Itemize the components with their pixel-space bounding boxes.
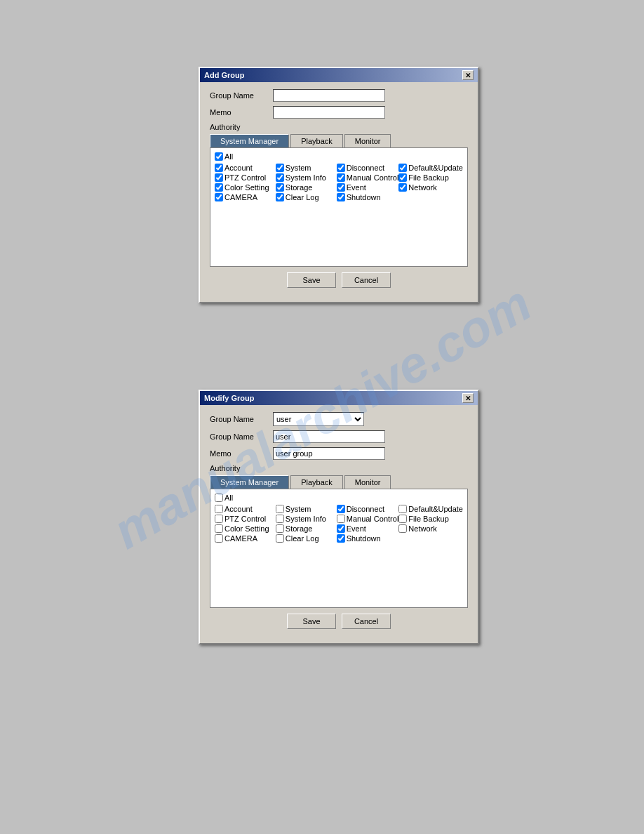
cb-clear-log[interactable] <box>276 193 284 201</box>
checkbox-item: Manual Control <box>337 515 399 523</box>
cb2-system[interactable] <box>276 505 284 513</box>
checkbox-item: Shutdown <box>337 534 399 543</box>
cb-system-info[interactable] <box>276 173 284 182</box>
checkbox-item: Disconnect <box>337 505 399 513</box>
checkbox-item: Shutdown <box>337 193 399 201</box>
cb-system[interactable] <box>276 164 284 172</box>
cb2-disconnect[interactable] <box>337 505 345 513</box>
cb-shutdown[interactable] <box>337 193 345 201</box>
checkbox-all-label: All <box>224 152 233 161</box>
checkbox-item: Account <box>215 505 276 513</box>
checkbox-item: Network <box>398 524 463 533</box>
dialog2-title: Modify Group <box>204 394 255 402</box>
cb2-storage[interactable] <box>276 524 284 533</box>
authority-label: Authority <box>210 123 468 131</box>
group-name-input-row: Group Name <box>210 430 468 443</box>
memo-label2: Memo <box>210 449 273 458</box>
dialog1-checkbox-grid: Account System Disconnect Default&Update… <box>215 164 463 201</box>
checkbox-item: Disconnect <box>337 164 399 172</box>
dialog1-close-button[interactable]: ✕ <box>462 70 474 80</box>
checkbox-item: System Info <box>276 173 337 182</box>
cb2-account[interactable] <box>215 505 223 513</box>
checkbox-item: PTZ Control <box>215 515 276 523</box>
cb2-manual-control[interactable] <box>337 515 345 523</box>
cb-manual-control[interactable] <box>337 173 345 182</box>
group-name-dropdown-label: Group Name <box>210 415 273 423</box>
cb2-shutdown[interactable] <box>337 534 345 543</box>
checkbox-all-row: All <box>215 152 463 161</box>
memo-label: Memo <box>210 108 273 117</box>
cb-ptz-control[interactable] <box>215 173 223 182</box>
modify-group-dialog: Modify Group ✕ Group Name user Group Nam… <box>199 390 479 644</box>
group-name-text-input[interactable] <box>273 430 385 443</box>
group-name-dropdown-row: Group Name user <box>210 412 468 426</box>
cb-event[interactable] <box>337 183 345 192</box>
cb-account[interactable] <box>215 164 223 172</box>
memo-row: Memo <box>210 106 468 119</box>
checkbox-all[interactable] <box>215 152 223 161</box>
tab2-system-manager[interactable]: System Manager <box>210 475 289 489</box>
checkbox-item: Storage <box>276 183 337 192</box>
dialog1-save-button[interactable]: Save <box>287 272 336 288</box>
checkbox-item: Storage <box>276 524 337 533</box>
cb2-network[interactable] <box>398 524 407 533</box>
checkbox-item: Clear Log <box>276 534 337 543</box>
cb2-default-update[interactable] <box>398 505 407 513</box>
dialog1-tab-content: All Account System Disconnect Default&U <box>210 147 468 267</box>
cb-camera[interactable] <box>215 193 223 201</box>
cb-default-update[interactable] <box>398 164 407 172</box>
checkbox-item: System Info <box>276 515 337 523</box>
group-name-input-label: Group Name <box>210 432 273 441</box>
checkbox-item: Default&Update <box>398 505 463 513</box>
tab2-playback[interactable]: Playback <box>290 475 343 489</box>
checkbox2-all-row: All <box>215 494 463 502</box>
tab-monitor[interactable]: Monitor <box>344 134 391 147</box>
cb2-system-info[interactable] <box>276 515 284 523</box>
dialog2-close-button[interactable]: ✕ <box>462 393 474 403</box>
cb-color-setting[interactable] <box>215 183 223 192</box>
tab-system-manager[interactable]: System Manager <box>210 134 289 147</box>
dialog1-body: Group Name Memo Authority System Manager… <box>200 82 478 302</box>
checkbox-item: CAMERA <box>215 193 276 201</box>
cb2-file-backup[interactable] <box>398 515 407 523</box>
dialog2-tab-bar: System Manager Playback Monitor <box>210 475 468 489</box>
cb-disconnect[interactable] <box>337 164 345 172</box>
checkbox-item: Event <box>337 183 399 192</box>
memo-row2: Memo <box>210 447 468 460</box>
checkbox-item: Manual Control <box>337 173 399 182</box>
cb2-clear-log[interactable] <box>276 534 284 543</box>
checkbox-item: System <box>276 164 337 172</box>
memo-input2[interactable] <box>273 447 385 460</box>
dialog1-cancel-button[interactable]: Cancel <box>342 272 391 288</box>
checkbox-item: Account <box>215 164 276 172</box>
group-name-dropdown[interactable]: user <box>273 412 364 426</box>
cb-storage[interactable] <box>276 183 284 192</box>
cb-network[interactable] <box>398 183 407 192</box>
dialog2-cancel-button[interactable]: Cancel <box>342 614 391 629</box>
dialog2-checkbox-grid: Account System Disconnect Default&Update… <box>215 505 463 543</box>
checkbox-item: Color Setting <box>215 183 276 192</box>
cb-file-backup[interactable] <box>398 173 407 182</box>
checkbox2-all[interactable] <box>215 494 223 502</box>
group-name-row: Group Name <box>210 89 468 102</box>
dialog2-save-button[interactable]: Save <box>287 614 336 629</box>
dialog2-footer: Save Cancel <box>210 608 468 636</box>
checkbox-item: System <box>276 505 337 513</box>
group-name-input[interactable] <box>273 89 385 102</box>
dialog1-title: Add Group <box>204 71 244 79</box>
cb2-ptz-control[interactable] <box>215 515 223 523</box>
checkbox-item: File Backup <box>398 173 463 182</box>
tab2-monitor[interactable]: Monitor <box>344 475 391 489</box>
checkbox-item: Color Setting <box>215 524 276 533</box>
tab-playback[interactable]: Playback <box>290 134 343 147</box>
memo-input[interactable] <box>273 106 385 119</box>
dialog2-titlebar: Modify Group ✕ <box>200 391 478 405</box>
checkbox-item: CAMERA <box>215 534 276 543</box>
checkbox-item: Event <box>337 524 399 533</box>
dialog1-titlebar: Add Group ✕ <box>200 68 478 82</box>
cb2-color-setting[interactable] <box>215 524 223 533</box>
checkbox2-all-label: All <box>224 494 233 502</box>
dialog1-tab-bar: System Manager Playback Monitor <box>210 134 468 147</box>
cb2-camera[interactable] <box>215 534 223 543</box>
cb2-event[interactable] <box>337 524 345 533</box>
